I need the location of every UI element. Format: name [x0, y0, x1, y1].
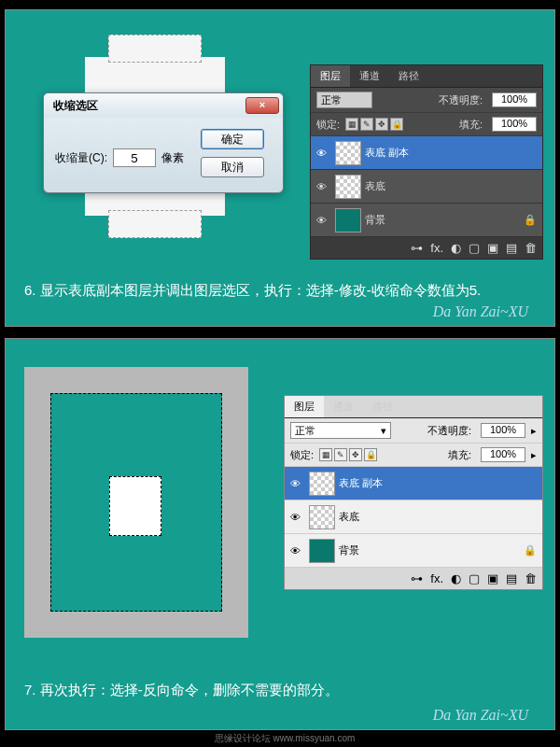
panel-tabs: 图层 通道 路径 [285, 396, 542, 418]
tab-channels[interactable]: 通道 [324, 396, 363, 417]
canvas-preview [24, 367, 248, 638]
opacity-input[interactable]: 100% [481, 423, 525, 438]
opacity-label: 不透明度: [439, 93, 483, 107]
layer-thumbnail [309, 539, 335, 563]
cancel-button[interactable]: 取消 [201, 157, 264, 177]
fill-label: 填充: [448, 448, 471, 462]
ok-button[interactable]: 确定 [201, 129, 264, 149]
lock-position-icon[interactable]: ✥ [349, 448, 362, 461]
marquee-inner [109, 476, 161, 536]
layers-footer: ⊶ fx. ◐ ▢ ▣ ▤ 🗑 [285, 568, 542, 589]
step-text: 再次执行：选择-反向命令，删除不需要的部分。 [40, 682, 339, 698]
dialog-title-text: 收缩选区 [53, 98, 98, 114]
trash-icon[interactable]: 🗑 [525, 241, 537, 255]
blend-mode-select[interactable]: 正常▾ [290, 422, 391, 439]
tutorial-step-6-panel: 收缩选区 × 收缩量(C): 像素 确定 取消 图层 通道 路径 正常 不透明度… [5, 9, 555, 327]
group-icon[interactable]: ▣ [487, 241, 498, 255]
tutorial-step-7-panel: 图层 通道 路径 正常▾ 不透明度: 100%▸ 锁定: ▦ ✎ ✥ 🔒 填充:… [5, 338, 555, 730]
contract-amount-row: 收缩量(C): 像素 [55, 138, 184, 177]
fill-input[interactable]: 100% [481, 447, 525, 462]
trash-icon[interactable]: 🗑 [525, 571, 537, 585]
contract-selection-dialog: 收缩选区 × 收缩量(C): 像素 确定 取消 [43, 92, 284, 193]
step-6-caption: 6. 显示表底副本图层并调出图层选区，执行：选择-修改-收缩命令数值为5. [24, 278, 481, 303]
dialog-titlebar: 收缩选区 × [44, 93, 283, 118]
blend-mode-select[interactable]: 正常 [316, 92, 372, 108]
layer-fx-icon[interactable]: fx. [430, 571, 443, 585]
lock-position-icon[interactable]: ✥ [375, 118, 388, 131]
visibility-toggle-icon[interactable]: 👁 [311, 148, 331, 159]
stamp-bottom-tab [108, 210, 202, 238]
lock-transparent-icon[interactable]: ▦ [345, 118, 358, 131]
tab-channels[interactable]: 通道 [350, 65, 389, 87]
layer-row-copy[interactable]: 👁 表底 副本 [285, 467, 542, 500]
stamp-top-tab [108, 35, 202, 63]
layer-name: 背景 [365, 213, 385, 227]
visibility-toggle-icon[interactable]: 👁 [285, 545, 305, 557]
layer-thumbnail [335, 141, 361, 165]
contract-amount-label: 收缩量(C): [55, 150, 107, 166]
signature: Da Yan Zai~XU [433, 707, 528, 724]
layers-panel: 图层 通道 路径 正常 不透明度: 100% 锁定: ▦ ✎ ✥ 🔒 填充: 1… [310, 64, 543, 260]
layer-thumbnail [309, 472, 335, 496]
link-layers-icon[interactable]: ⊶ [411, 571, 423, 585]
layer-name: 表底 副本 [339, 476, 383, 490]
visibility-toggle-icon[interactable]: 👁 [285, 478, 305, 489]
visibility-toggle-icon[interactable]: 👁 [285, 512, 305, 523]
layer-thumbnail [335, 208, 361, 233]
dialog-body: 收缩量(C): 像素 确定 取消 [44, 118, 283, 192]
layer-thumbnail [309, 505, 335, 529]
watermark: 思缘设计论坛 www.missyuan.com [5, 732, 560, 745]
layers-panel: 图层 通道 路径 正常▾ 不透明度: 100%▸ 锁定: ▦ ✎ ✥ 🔒 填充:… [284, 395, 543, 590]
step-number: 7. [24, 682, 36, 698]
layer-row-base[interactable]: 👁 表底 [285, 500, 542, 534]
contract-amount-input[interactable] [113, 148, 156, 167]
layer-mask-icon[interactable]: ◐ [451, 571, 461, 585]
signature: Da Yan Zai~XU [433, 303, 528, 320]
lock-pixels-icon[interactable]: ✎ [360, 118, 373, 131]
layer-row-copy[interactable]: 👁 表底 副本 [311, 136, 542, 170]
lock-all-icon[interactable]: 🔒 [364, 448, 377, 461]
layer-fx-icon[interactable]: fx. [430, 241, 443, 255]
opacity-input[interactable]: 100% [492, 92, 537, 107]
lock-icons: ▦ ✎ ✥ 🔒 [345, 118, 403, 131]
layer-row-base[interactable]: 👁 表底 [311, 170, 542, 204]
marquee-outer [50, 393, 222, 612]
link-layers-icon[interactable]: ⊶ [411, 241, 423, 255]
panel-tabs: 图层 通道 路径 [311, 65, 542, 88]
opacity-label: 不透明度: [427, 424, 471, 438]
lock-label: 锁定: [290, 448, 314, 462]
step-7-caption: 7. 再次执行：选择-反向命令，删除不需要的部分。 [24, 678, 339, 702]
layer-mask-icon[interactable]: ◐ [451, 241, 461, 255]
visibility-toggle-icon[interactable]: 👁 [311, 181, 331, 192]
layer-name: 表底 [365, 179, 385, 193]
adjustment-layer-icon[interactable]: ▢ [469, 241, 480, 255]
tab-paths[interactable]: 路径 [389, 65, 428, 87]
tab-layers[interactable]: 图层 [285, 396, 324, 417]
layer-row-background[interactable]: 👁 背景 🔒 [311, 204, 542, 237]
visibility-toggle-icon[interactable]: 👁 [311, 215, 331, 226]
lock-label: 锁定: [316, 118, 340, 132]
layer-name: 表底 副本 [365, 146, 409, 160]
layer-name: 背景 [339, 543, 359, 557]
tab-paths[interactable]: 路径 [363, 396, 402, 417]
new-layer-icon[interactable]: ▤ [506, 241, 517, 255]
dialog-close-button[interactable]: × [245, 97, 279, 114]
layers-footer: ⊶ fx. ◐ ▢ ▣ ▤ 🗑 [311, 237, 542, 259]
lock-icons: ▦ ✎ ✥ 🔒 [319, 448, 377, 461]
contract-unit-label: 像素 [161, 150, 184, 166]
new-layer-icon[interactable]: ▤ [506, 571, 517, 585]
layer-row-background[interactable]: 👁 背景 🔒 [285, 534, 542, 568]
lock-icon: 🔒 [524, 214, 537, 226]
layer-thumbnail [335, 175, 361, 199]
step-number: 6. [24, 282, 36, 298]
lock-pixels-icon[interactable]: ✎ [334, 448, 347, 461]
fill-input[interactable]: 100% [492, 117, 537, 132]
lock-all-icon[interactable]: 🔒 [390, 118, 403, 131]
layer-name: 表底 [339, 510, 359, 524]
step-text: 显示表底副本图层并调出图层选区，执行：选择-修改-收缩命令数值为5. [40, 282, 482, 298]
lock-transparent-icon[interactable]: ▦ [319, 448, 332, 461]
group-icon[interactable]: ▣ [487, 571, 498, 585]
tab-layers[interactable]: 图层 [311, 65, 350, 87]
adjustment-layer-icon[interactable]: ▢ [469, 571, 480, 585]
fill-label: 填充: [459, 118, 483, 132]
